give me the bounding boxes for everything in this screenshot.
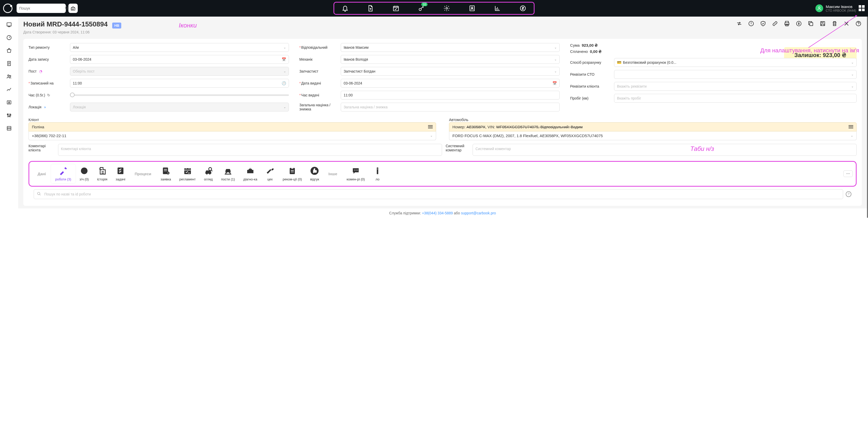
sliders-icon[interactable]: [6, 113, 12, 118]
sub-search-input[interactable]: Пошук по назві та id роботи: [34, 189, 843, 199]
money-icon[interactable]: [519, 5, 527, 12]
employees-icon[interactable]: [6, 99, 12, 105]
payment-method-select[interactable]: 💳 Безготівковий розрахунок (0.0... ⌄: [614, 58, 857, 67]
save-icon[interactable]: [819, 20, 826, 27]
chevron-down-icon: ⌄: [851, 61, 854, 64]
responsible-select[interactable]: Іванов Максим ⌄: [341, 43, 560, 52]
chat-icon: [351, 167, 360, 175]
duration-slider[interactable]: [70, 94, 289, 96]
tab-posts[interactable]: пости (1): [217, 164, 239, 183]
contacts-icon[interactable]: [468, 5, 476, 12]
clock-icon: ◔: [39, 69, 42, 74]
settings-icon[interactable]: [443, 5, 450, 12]
schedule-icon: [183, 167, 192, 175]
date-label: Дата запису: [29, 57, 70, 61]
user-name: Максим Іванов: [826, 4, 856, 9]
tab-feedback[interactable]: відгук: [306, 164, 323, 183]
tab-comments[interactable]: комен-рі (0): [343, 164, 369, 183]
more-tabs-button[interactable]: ⋯: [843, 170, 853, 177]
support-phone[interactable]: +38(044) 334-5889: [422, 211, 453, 215]
svg-point-3: [419, 8, 421, 11]
receipt-icon[interactable]: [6, 61, 12, 66]
hamburger-icon[interactable]: [848, 125, 853, 128]
apps-grid-icon[interactable]: [859, 5, 865, 11]
location-select[interactable]: Локація ⌄: [70, 103, 289, 112]
calendar-check-icon[interactable]: [392, 5, 400, 12]
post-placeholder: Оберіть пост: [73, 69, 95, 74]
tab-logs[interactable]: ло: [369, 164, 386, 183]
vehicle-select[interactable]: FORD FOCUS C-MAX (DM2), 2007, 1.8 Flexif…: [449, 132, 857, 140]
user-sub: CTO ARBOOK (9444): [826, 9, 856, 12]
checklist-icon: [116, 167, 125, 175]
swap-icon[interactable]: [736, 20, 743, 27]
page-title: Новий MRD-9444-1550894: [23, 20, 107, 28]
tab-tasks[interactable]: задачі: [112, 164, 129, 183]
chevron-down-icon: ⌄: [554, 69, 557, 73]
date-input[interactable]: 03-06-2024 📅: [70, 55, 289, 64]
date-value: 03-06-2024: [73, 57, 91, 61]
chart-icon[interactable]: [494, 5, 501, 12]
app-logo[interactable]: [3, 4, 12, 13]
release-date-input[interactable]: 03-06-2024 📅: [341, 79, 560, 88]
svg-rect-43: [291, 167, 293, 169]
warning-icon[interactable]: [748, 20, 754, 27]
tab-works[interactable]: роботи (3): [51, 164, 75, 183]
print-icon[interactable]: [783, 20, 790, 27]
payment-value: Безготівковий розрахунок (0.0...: [623, 60, 676, 64]
user-section[interactable]: Максим Іванов CTO ARBOOK (9444): [815, 4, 865, 12]
tab-reglament[interactable]: регламент: [175, 164, 200, 183]
new-document-icon[interactable]: [367, 5, 374, 12]
post-select[interactable]: Оберіть пост ⌄: [70, 67, 289, 76]
people-icon[interactable]: [6, 74, 12, 79]
search-icon: [37, 192, 41, 197]
vehicle-box[interactable]: Номер: АЕ3058РХ, VIN: WF05XXGCD57U74075,…: [449, 122, 857, 132]
type-select[interactable]: А/м ⌄: [70, 43, 289, 52]
search-box[interactable]: [17, 4, 66, 13]
tab-request[interactable]: заявка: [156, 164, 175, 183]
hamburger-icon[interactable]: [428, 125, 433, 128]
chevron-down-icon: ⌄: [283, 46, 286, 49]
page-subtitle: Дата Створення: 03 червня 2024, 11:06: [23, 30, 121, 34]
shop-icon[interactable]: [6, 48, 12, 53]
payment-icon[interactable]: [796, 20, 802, 27]
release-time-input[interactable]: 11:00: [341, 91, 560, 99]
tab-diagnostics[interactable]: діагно-ка: [239, 164, 261, 183]
recorded-input[interactable]: 11:00 🕐: [70, 79, 289, 88]
search-icon: [64, 6, 69, 11]
shield-check-icon[interactable]: [760, 20, 767, 27]
archive-button[interactable]: [68, 4, 78, 13]
sto-req-select[interactable]: ⌄: [614, 70, 857, 79]
client-box[interactable]: Поліна: [29, 122, 436, 132]
list-icon[interactable]: [6, 125, 12, 131]
mileage-input[interactable]: Вкажіть пробіг: [614, 94, 857, 103]
release-time-value: 11:00: [344, 93, 353, 97]
help-icon[interactable]: [855, 20, 862, 27]
close-icon[interactable]: [843, 20, 850, 27]
copy-icon[interactable]: [807, 20, 814, 27]
support-email[interactable]: support@carbook.pro: [461, 211, 496, 215]
svg-point-38: [209, 173, 211, 174]
client-phone-select[interactable]: +38(066) 702-22-11 ⌄: [29, 132, 436, 140]
tab-inspection[interactable]: огляд: [200, 164, 217, 183]
client-req-select[interactable]: Вкажіть реквізити ⌄: [614, 82, 857, 91]
client-comment-input[interactable]: Коментарі клієнта: [58, 144, 442, 156]
delete-icon[interactable]: [831, 20, 838, 27]
system-comment-input[interactable]: Системний коментар: [473, 144, 857, 156]
bell-icon[interactable]: [341, 5, 349, 12]
tab-recommendations[interactable]: реком-ції (0): [279, 164, 306, 183]
search-input[interactable]: [19, 6, 64, 10]
gauge-icon[interactable]: [6, 35, 12, 40]
sidebar: [0, 17, 18, 218]
help-icon[interactable]: ?: [846, 191, 851, 197]
analytics-icon[interactable]: [6, 87, 12, 92]
key-icon[interactable]: 10: [418, 5, 425, 12]
tab-workshop[interactable]: цех: [261, 164, 279, 183]
tab-parts[interactable]: з/ч (0): [75, 164, 93, 183]
parts-select[interactable]: Запчастист Богдан ⌄: [341, 67, 560, 76]
markup-input[interactable]: Загальна націнка / знижка: [341, 103, 560, 112]
tab-history[interactable]: історія: [93, 164, 112, 183]
post-label: Пост ◔: [29, 69, 70, 74]
mechanic-select[interactable]: Іванов Володя ⌄: [341, 55, 560, 64]
dashboard-icon[interactable]: [6, 22, 12, 27]
link-icon[interactable]: [772, 20, 778, 27]
